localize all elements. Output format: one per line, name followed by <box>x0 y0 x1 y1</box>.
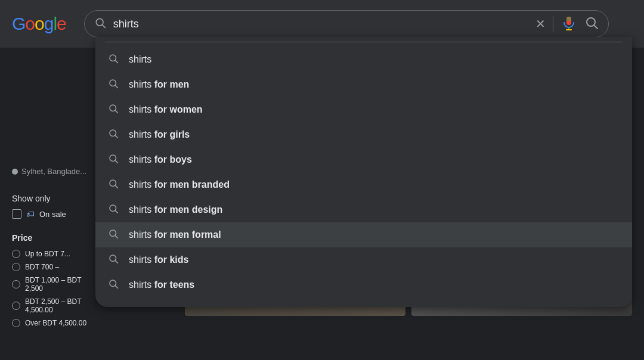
autocomplete-item-8[interactable]: shirts for kids <box>95 247 632 272</box>
ac-search-icon-6 <box>107 203 119 216</box>
svg-line-10 <box>115 60 117 63</box>
ac-text-3: shirts for girls <box>129 129 190 140</box>
google-logo: Google <box>12 14 66 34</box>
ac-search-icon-3 <box>107 128 119 141</box>
svg-line-8 <box>594 26 597 29</box>
search-bar[interactable]: ✕ <box>84 10 609 38</box>
svg-line-24 <box>115 235 117 238</box>
search-submit-button[interactable] <box>584 15 599 32</box>
autocomplete-item-1[interactable]: shirts for men <box>95 72 632 97</box>
show-only-label: Show only <box>12 194 95 203</box>
price-filter-label: Price <box>12 233 95 243</box>
location-text: Sylhet, Banglade... <box>21 167 86 176</box>
price-radio-2[interactable] <box>12 280 20 288</box>
ac-text-1: shirts for men <box>129 79 189 90</box>
ac-search-icon-7 <box>107 228 119 241</box>
logo-o2: o <box>35 14 44 33</box>
svg-line-14 <box>115 110 117 113</box>
ac-text-7: shirts for men formal <box>129 229 221 240</box>
ac-search-icon-1 <box>107 78 119 91</box>
search-divider <box>553 15 553 32</box>
autocomplete-divider <box>105 42 623 42</box>
autocomplete-dropdown: shirts shirts for men shirts for women <box>95 37 632 307</box>
voice-search-button[interactable] <box>561 14 577 33</box>
ac-text-8: shirts for kids <box>129 255 188 265</box>
clear-button[interactable]: ✕ <box>535 17 546 31</box>
location-indicator: Sylhet, Banglade... <box>12 167 95 176</box>
svg-line-26 <box>115 260 117 263</box>
price-text-2: BDT 1,000 – BDT 2,500 <box>25 276 95 293</box>
search-input[interactable] <box>113 18 528 30</box>
search-icon-left <box>94 17 106 32</box>
logo-g2: g <box>44 14 54 33</box>
sale-tag-icon: 🏷 <box>26 209 35 219</box>
autocomplete-item-3[interactable]: shirts for girls <box>95 122 632 147</box>
price-radio-0[interactable] <box>12 250 20 258</box>
price-option-0[interactable]: Up to BDT 7... <box>12 250 95 258</box>
ac-text-9: shirts for teens <box>129 280 194 290</box>
autocomplete-item-6[interactable]: shirts for men design <box>95 197 632 222</box>
autocomplete-item-4[interactable]: shirts for boys <box>95 147 632 172</box>
ac-text-2: shirts for women <box>129 104 203 115</box>
autocomplete-item-5[interactable]: shirts for men branded <box>95 172 632 197</box>
logo-g: G <box>12 14 25 33</box>
autocomplete-item-0[interactable]: shirts <box>95 47 632 72</box>
price-text-3: BDT 2,500 – BDT 4,500.00 <box>25 297 95 314</box>
price-option-3[interactable]: BDT 2,500 – BDT 4,500.00 <box>12 297 95 314</box>
svg-line-22 <box>115 210 117 213</box>
logo-o1: o <box>25 14 35 33</box>
ac-text-4: shirts for boys <box>129 154 192 165</box>
ac-text-6: shirts for men design <box>129 204 222 215</box>
svg-line-18 <box>115 160 117 163</box>
price-text-0: Up to BDT 7... <box>25 250 70 258</box>
sidebar: Sylhet, Banglade... Show only 🏷 On sale … <box>0 0 95 360</box>
price-text-4: Over BDT 4,500.00 <box>25 319 86 327</box>
location-dot-icon <box>12 169 18 175</box>
svg-line-28 <box>115 285 117 288</box>
ac-text-0: shirts <box>129 54 151 65</box>
ac-search-icon-4 <box>107 153 119 166</box>
price-radio-4[interactable] <box>12 319 20 327</box>
ac-search-icon-2 <box>107 103 119 116</box>
ac-text-5: shirts for men branded <box>129 179 230 190</box>
svg-line-1 <box>103 24 106 27</box>
ac-search-icon-0 <box>107 53 119 66</box>
ac-search-icon-8 <box>107 253 119 266</box>
svg-line-16 <box>115 135 117 138</box>
logo-e: e <box>57 14 66 33</box>
on-sale-checkbox[interactable] <box>12 209 21 219</box>
price-option-2[interactable]: BDT 1,000 – BDT 2,500 <box>12 276 95 293</box>
price-option-4[interactable]: Over BDT 4,500.00 <box>12 319 95 327</box>
price-radio-3[interactable] <box>12 302 20 310</box>
price-radio-1[interactable] <box>12 263 20 271</box>
ac-search-icon-5 <box>107 178 119 191</box>
svg-line-12 <box>115 85 117 88</box>
svg-rect-5 <box>566 17 571 21</box>
price-text-1: BDT 700 – <box>25 263 59 271</box>
on-sale-filter[interactable]: 🏷 On sale <box>12 209 95 219</box>
on-sale-text: On sale <box>39 210 66 219</box>
autocomplete-item-2[interactable]: shirts for women <box>95 97 632 122</box>
autocomplete-item-7[interactable]: shirts for men formal <box>95 222 632 247</box>
autocomplete-item-9[interactable]: shirts for teens <box>95 272 632 297</box>
price-option-1[interactable]: BDT 700 – <box>12 263 95 271</box>
svg-line-20 <box>115 185 117 188</box>
ac-search-icon-9 <box>107 278 119 291</box>
